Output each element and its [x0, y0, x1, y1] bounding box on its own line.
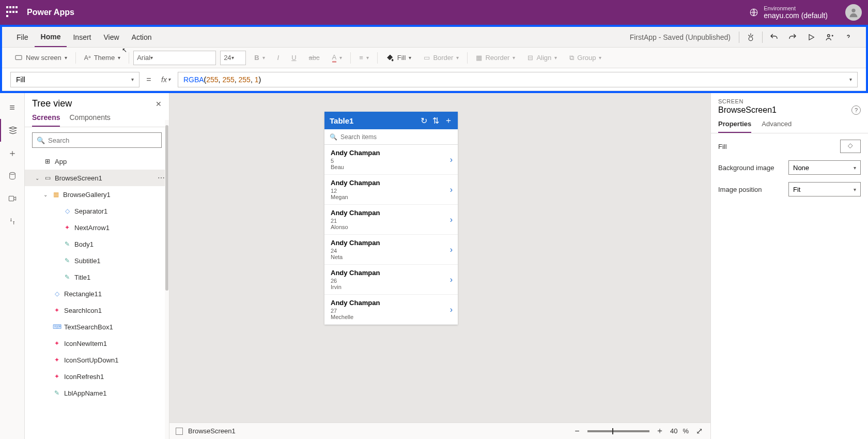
tree-node-lblappname[interactable]: ✎LblAppName1 [25, 385, 169, 401]
font-color-button[interactable]: A▾ [328, 51, 347, 65]
property-select[interactable]: Fill ▾ [10, 72, 140, 87]
media-icon[interactable] [0, 187, 25, 210]
chevron-right-icon[interactable]: › [450, 245, 453, 254]
expand-formula-icon[interactable]: ▾ [849, 77, 852, 82]
chevron-right-icon[interactable]: › [450, 215, 453, 224]
phone-preview[interactable]: Table1 ↻ ⇅ ＋ 🔍 Andy Champan5Beau›Andy Ch… [324, 112, 458, 325]
more-icon[interactable]: ⋯ [158, 174, 165, 182]
tree-node-browsescreen[interactable]: ⌄▭BrowseScreen1⋯ [25, 170, 169, 186]
insert-icon[interactable]: ＋ [0, 142, 25, 164]
list-item[interactable]: Andy Champan21Alonso› [324, 205, 458, 235]
add-icon[interactable]: ＋ [444, 115, 453, 126]
italic-button[interactable]: I [273, 52, 284, 64]
border-button[interactable]: ▭ Border▾ [420, 52, 463, 64]
svg-point-2 [749, 37, 753, 41]
tree-node-app[interactable]: ⊞App [25, 153, 169, 170]
tab-screens[interactable]: Screens [32, 113, 60, 127]
tree-node-title[interactable]: ✎Title1 [25, 269, 169, 285]
list-item[interactable]: Andy Champan5Beau› [324, 145, 458, 175]
bg-image-select[interactable]: None▾ [788, 160, 861, 175]
tree-node-iconnew[interactable]: ✦IconNewItem1 [25, 335, 169, 352]
font-select[interactable]: Arial▾ [133, 51, 216, 65]
refresh-icon[interactable]: ↻ [421, 116, 427, 126]
scrollbar[interactable] [165, 120, 169, 439]
menu-view[interactable]: View [97, 27, 125, 47]
zoom-slider[interactable] [587, 430, 649, 432]
image-position-select[interactable]: Fit▾ [788, 182, 861, 196]
waffle-icon[interactable] [6, 6, 19, 19]
tree-node-iconrefresh[interactable]: ✦IconRefresh1 [25, 368, 169, 385]
fx-button[interactable]: fx▾ [158, 75, 174, 84]
help-icon[interactable] [839, 28, 858, 47]
fill-color-button[interactable] [840, 140, 861, 153]
chevron-right-icon[interactable]: › [450, 275, 453, 284]
fullscreen-icon[interactable]: ⤢ [694, 426, 704, 436]
item-subtitle: Alonso [331, 224, 452, 230]
chevron-right-icon[interactable]: › [450, 185, 453, 194]
menu-file[interactable]: File [10, 27, 35, 47]
tree-node-nextarrow[interactable]: ✦NextArrow1 [25, 219, 169, 236]
env-label: Environment [764, 5, 828, 11]
tree-list: ⊞App ⌄▭BrowseScreen1⋯ ⌄▦BrowseGallery1 ◇… [25, 153, 169, 439]
help-icon[interactable]: ? [851, 105, 861, 115]
font-size-select[interactable]: 24▾ [220, 51, 246, 65]
tree-node-separator[interactable]: ◇Separator1 [25, 203, 169, 219]
data-icon[interactable] [0, 164, 25, 187]
tree-node-body[interactable]: ✎Body1 [25, 236, 169, 252]
reorder-button[interactable]: ▦ Reorder▾ [472, 52, 519, 64]
avatar[interactable] [845, 4, 862, 21]
hamburger-icon[interactable]: ≡ [0, 96, 25, 119]
list-item[interactable]: Andy Champan26Irvin› [324, 265, 458, 295]
redo-icon[interactable] [783, 28, 802, 47]
zoom-in-button[interactable]: ＋ [655, 426, 665, 436]
menu-action[interactable]: Action [126, 27, 158, 47]
list-item[interactable]: Andy Champan24Neta› [324, 235, 458, 265]
item-subtitle: Mechelle [331, 314, 452, 320]
globe-icon [749, 8, 758, 17]
sort-icon[interactable]: ⇅ [432, 116, 439, 126]
formula-input[interactable]: RGBA(255, 255, 255, 1) ▾ [178, 72, 858, 87]
tree-node-textsearch[interactable]: ⌨TextSearchBox1 [25, 319, 169, 335]
tab-properties[interactable]: Properties [718, 120, 751, 133]
tree-search-input[interactable] [48, 137, 157, 144]
formula-bar: Fill ▾ = fx▾ RGBA(255, 255, 255, 1) ▾ [2, 68, 866, 91]
screen-checkbox[interactable] [176, 428, 183, 435]
close-icon[interactable]: ✕ [156, 100, 162, 108]
tab-advanced[interactable]: Advanced [762, 120, 792, 133]
tree-node-iconsort[interactable]: ✦IconSortUpDown1 [25, 352, 169, 368]
chevron-right-icon[interactable]: › [450, 305, 453, 314]
list-item[interactable]: Andy Champan27Mechelle› [324, 295, 458, 325]
env-name[interactable]: enayu.com (default) [764, 11, 828, 20]
tree-search[interactable]: 🔍 [32, 132, 162, 148]
group-button[interactable]: ⧉ Group▾ [565, 52, 606, 64]
share-icon[interactable] [820, 28, 839, 47]
tree-node-subtitle[interactable]: ✎Subtitle1 [25, 252, 169, 269]
new-screen-button[interactable]: New screen ▾ [10, 52, 71, 64]
bold-button[interactable]: B▾ [250, 52, 269, 64]
phone-search-input[interactable] [340, 133, 453, 141]
chevron-right-icon[interactable]: › [450, 155, 453, 164]
tree-node-gallery[interactable]: ⌄▦BrowseGallery1 [25, 186, 169, 203]
fill-button[interactable]: Fill ▾ [382, 52, 416, 64]
play-icon[interactable] [802, 28, 820, 47]
app-checker-icon[interactable] [741, 28, 760, 47]
strike-button[interactable]: abc [305, 52, 324, 64]
tree-view-icon[interactable] [0, 119, 25, 142]
undo-icon[interactable] [765, 28, 783, 47]
item-number: 27 [331, 308, 452, 314]
align-button[interactable]: ⊟ Align▾ [523, 52, 561, 64]
menu-home[interactable]: Home [35, 27, 67, 47]
tree-node-searchicon[interactable]: ✦SearchIcon1 [25, 302, 169, 319]
tab-components[interactable]: Components [69, 113, 110, 127]
theme-button[interactable]: Aᵃ Theme ▾ [80, 52, 125, 64]
tools-icon[interactable] [0, 210, 25, 233]
menu-insert[interactable]: Insert [67, 27, 97, 47]
status-screen-name: BrowseScreen1 [188, 427, 236, 435]
list-item[interactable]: Andy Champan12Megan› [324, 175, 458, 205]
chevron-down-icon: ▾ [118, 55, 120, 60]
underline-button[interactable]: U [287, 52, 300, 64]
zoom-out-button[interactable]: − [572, 427, 582, 436]
text-align-button[interactable]: ≡▾ [355, 52, 373, 64]
phone-search[interactable]: 🔍 [324, 129, 458, 145]
tree-node-rectangle[interactable]: ◇Rectangle11 [25, 285, 169, 302]
